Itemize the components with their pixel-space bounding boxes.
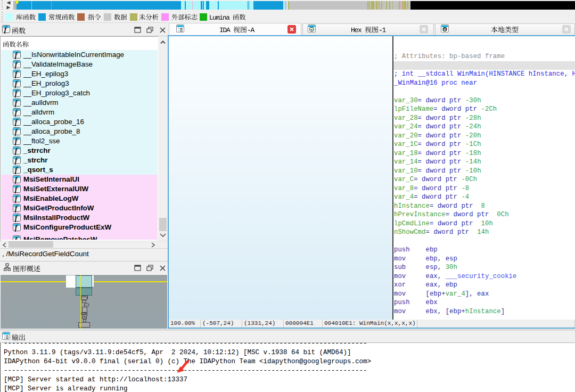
svg-text:0: 0: [443, 27, 446, 32]
